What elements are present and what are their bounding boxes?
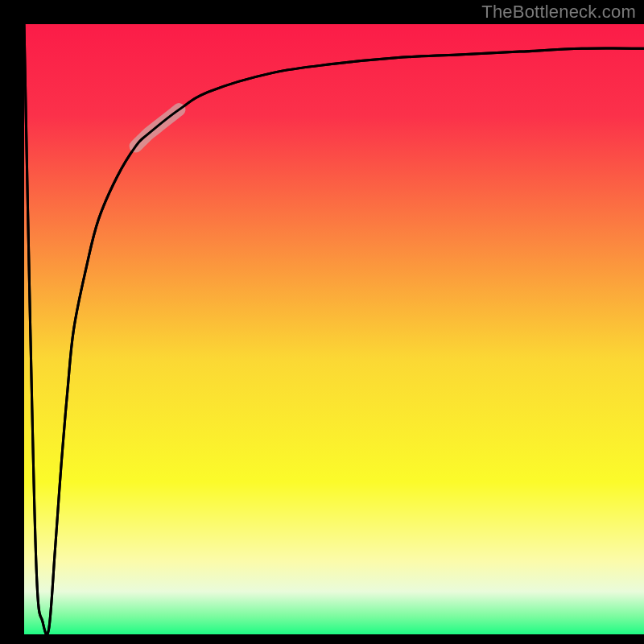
bottleneck-chart — [0, 0, 644, 644]
chart-stage: TheBottleneck.com — [0, 0, 644, 644]
attribution-label: TheBottleneck.com — [481, 2, 636, 23]
plot-background — [24, 24, 644, 634]
